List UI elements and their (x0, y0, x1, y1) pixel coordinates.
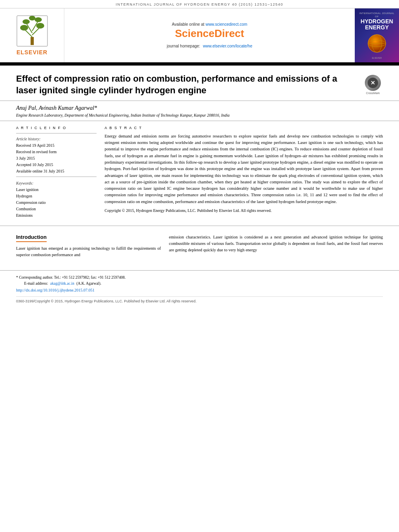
main-content: Introduction Laser ignition has emerged … (0, 226, 399, 267)
footer-issn-bar: 0360-3199/Copyright © 2015, Hydrogen Ene… (16, 296, 383, 303)
abstract-text: Energy demand and emission norms are for… (105, 133, 383, 205)
abstract-heading: A B S T R A C T (105, 126, 383, 130)
article-body: A R T I C L E I N F O Article history: R… (0, 121, 399, 226)
journal-homepage-line: journal homepage: www.elsevier.com/locat… (167, 44, 252, 48)
keyword-1: Laser ignition (16, 187, 97, 193)
affiliation-line: Engine Research Laboratory, Department o… (16, 113, 383, 117)
paper-title: Effect of compression ratio on combustio… (16, 73, 363, 97)
intro-left-text: Laser ignition has emerged as a promisin… (16, 245, 161, 259)
hj-footer-text: ELSEVIER (372, 57, 382, 59)
globe-icon (367, 33, 387, 53)
hj-small-title: International Journal of (358, 12, 396, 18)
svg-point-8 (35, 17, 42, 22)
article-history-label: Article history: (16, 137, 97, 141)
svg-point-6 (36, 23, 44, 29)
sd-url-text[interactable]: www.sciencedirect.com (206, 22, 247, 27)
keywords-label: Keywords: (16, 181, 97, 185)
article-info-heading: A R T I C L E I N F O (16, 126, 97, 130)
received-1: Received 19 April 2015 (16, 143, 97, 148)
copyright-line: Copyright © 2015, Hydrogen Energy Public… (105, 207, 383, 214)
divider (16, 133, 97, 134)
crossmark-label: CrossMark (366, 92, 380, 94)
elsevier-brand-text: ELSEVIER (16, 49, 47, 55)
svg-point-7 (23, 19, 30, 24)
received-revised-date: 3 July 2015 (16, 156, 97, 161)
available-online-text: Available online at www.sciencedirect.co… (172, 22, 247, 27)
divider-2 (16, 177, 97, 177)
email-line: E-mail address: akag@iitk.ac.in (A.K. Ag… (16, 281, 383, 286)
email-link[interactable]: akag@iitk.ac.in (50, 281, 74, 286)
article-info-column: A R T I C L E I N F O Article history: R… (16, 126, 97, 219)
received-revised-label: Received in revised form (16, 149, 97, 155)
crossmark-area[interactable]: ✕ CrossMark (363, 73, 383, 94)
accepted-date: Accepted 10 July 2015 (16, 162, 97, 168)
journal-header-text: INTERNATIONAL JOURNAL OF HYDROGEN ENERGY… (116, 2, 284, 6)
elsevier-logo-area: ELSEVIER (0, 8, 64, 62)
doi-link[interactable]: http://dx.doi.org/10.1016/j.ijhydene.201… (16, 288, 383, 292)
intro-right-text: emission characteristics. Laser ignition… (169, 234, 383, 254)
authors-line: Anuj Pal, Avinash Kumar Agarwal* (16, 105, 383, 111)
keyword-4: Combustion (16, 206, 97, 212)
keyword-3: Compression ratio (16, 200, 97, 205)
hj-big-title: HYDROGENENERGY (361, 18, 393, 31)
header-section: ELSEVIER Available online at www.science… (0, 8, 399, 63)
elsevier-tree-icon (16, 15, 48, 47)
svg-rect-0 (31, 37, 34, 45)
journal-header-bar: INTERNATIONAL JOURNAL OF HYDROGEN ENERGY… (0, 0, 399, 8)
footer-section: * Corresponding author. Tel.: +91 512 25… (0, 270, 399, 307)
keyword-5: Emissions (16, 213, 97, 218)
available-online-date: Available online 31 July 2015 (16, 168, 97, 174)
title-section: Effect of compression ratio on combustio… (0, 66, 399, 101)
keyword-2: Hydrogen (16, 193, 97, 199)
journal-homepage-link[interactable]: www.elsevier.com/locate/he (203, 44, 252, 48)
crossmark-icon: ✕ (365, 75, 381, 91)
intro-right-column: emission characteristics. Laser ignition… (169, 234, 383, 259)
abstract-column: A B S T R A C T Energy demand and emissi… (105, 126, 383, 219)
svg-point-5 (20, 25, 28, 31)
svg-text:✕: ✕ (370, 80, 375, 86)
sciencedirect-brand: ScienceDirect (175, 27, 244, 40)
authors-section: Anuj Pal, Avinash Kumar Agarwal* Engine … (0, 101, 399, 121)
intro-left-column: Introduction Laser ignition has emerged … (16, 234, 161, 259)
hydrogen-journal-cover: International Journal of HYDROGENENERGY … (355, 8, 399, 62)
svg-point-9 (29, 16, 35, 21)
journal-info-center: Available online at www.sciencedirect.co… (64, 8, 355, 62)
introduction-heading: Introduction (16, 234, 47, 242)
corresponding-author-note: * Corresponding author. Tel.: +91 512 25… (16, 275, 383, 280)
